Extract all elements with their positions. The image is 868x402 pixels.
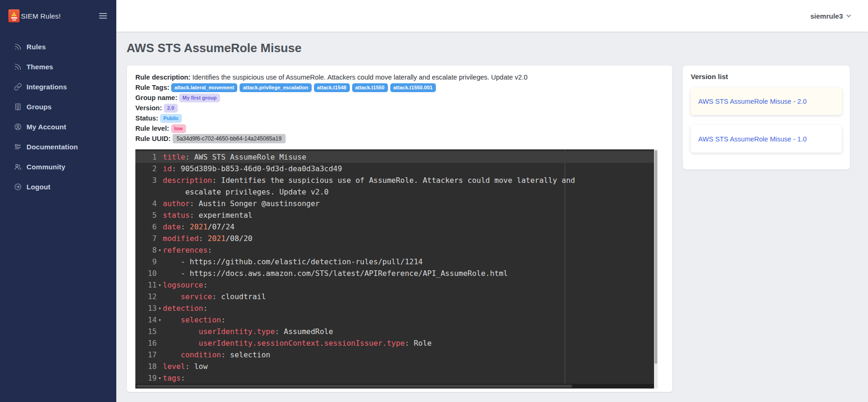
rule-tag-badge: attack.t1550.001 bbox=[390, 83, 436, 92]
version-label: Version: bbox=[135, 104, 162, 112]
code-line-3: 3description: Identifies the suspicious … bbox=[135, 174, 654, 186]
line-number: 1 bbox=[135, 151, 157, 163]
logo-line bbox=[11, 17, 17, 19]
user-menu-label: siemrule3 bbox=[810, 12, 843, 20]
line-number: 15 bbox=[135, 326, 157, 337]
code-text: - https://github.com/elastic/detection-r… bbox=[163, 256, 423, 268]
line-number: 9 bbox=[135, 256, 157, 268]
page-title: AWS STS AssumeRole Misuse bbox=[127, 41, 301, 55]
version-list-title: Version list bbox=[691, 73, 842, 80]
fold-arrow-icon[interactable]: ▾ bbox=[157, 302, 163, 314]
app-brand[interactable]: SIEM Rules! bbox=[8, 9, 61, 22]
sidebar-item-label: My Account bbox=[27, 123, 66, 131]
app-title: SIEM Rules! bbox=[21, 12, 61, 20]
code-line-10: 10 - https://docs.aws.amazon.com/STS/lat… bbox=[135, 268, 654, 279]
main-content: AWS STS AssumeRole Misuse Rule descripti… bbox=[116, 32, 868, 402]
version-list-item[interactable]: AWS STS AssumeRole Misuse - 2.0 bbox=[691, 87, 842, 115]
fold-arrow-icon[interactable]: ▾ bbox=[157, 314, 163, 326]
code-text: logsource: bbox=[163, 279, 207, 291]
sidebar-toggle-icon[interactable] bbox=[99, 13, 107, 19]
code-line-6: 6date: 2021/07/24 bbox=[135, 221, 654, 233]
version-list-panel: Version list AWS STS AssumeRole Misuse -… bbox=[682, 65, 850, 170]
version-link[interactable]: AWS STS AssumeRole Misuse - 2.0 bbox=[698, 98, 807, 105]
line-number: 2 bbox=[135, 163, 157, 174]
line-number: 18 bbox=[135, 361, 157, 372]
rule-tags-label: Rule Tags: bbox=[135, 84, 169, 91]
code-text: description: Identifies the suspicious u… bbox=[163, 174, 575, 186]
line-number: 11 bbox=[135, 279, 157, 291]
line-number: 6 bbox=[135, 221, 157, 233]
rule-uuid-row: Rule UUID: 5a34d9f6-c702-4650-bb64-14a24… bbox=[135, 134, 664, 144]
sidebar-item-community[interactable]: Community bbox=[0, 157, 116, 177]
fold-arrow-icon[interactable]: ▾ bbox=[157, 244, 163, 256]
sidebar-item-rules[interactable]: Rules bbox=[0, 37, 116, 57]
sidebar-item-groups[interactable]: Groups bbox=[0, 97, 116, 117]
code-line-18: 18level: low bbox=[135, 361, 654, 372]
status-badge: Public bbox=[160, 114, 182, 123]
sidebar: SIEM Rules! RulesThemesIntegrationsGroup… bbox=[0, 0, 116, 402]
rss-icon bbox=[14, 63, 22, 71]
fold-gutter-spacer bbox=[157, 151, 163, 163]
fold-gutter-spacer bbox=[157, 256, 163, 268]
line-number: 13 bbox=[135, 302, 157, 314]
rule-description-value: Identifies the suspicious use of AssumeR… bbox=[192, 74, 527, 81]
line-number: 19 bbox=[135, 372, 157, 384]
version-list-item[interactable]: AWS STS AssumeRole Misuse - 1.0 bbox=[691, 125, 842, 153]
version-row: Version: 2.0 bbox=[135, 103, 664, 113]
sidebar-item-integrations[interactable]: Integrations bbox=[0, 77, 116, 97]
code-text: escalate privileges. Update v2.0 bbox=[163, 186, 328, 198]
sidebar-header: SIEM Rules! bbox=[0, 0, 116, 32]
version-badge: 2.0 bbox=[164, 104, 177, 113]
code-line-11: 11▾logsource: bbox=[135, 279, 654, 291]
rule-level-row: Rule level: low bbox=[135, 123, 664, 134]
group-name-row: Group name: My first group bbox=[135, 93, 664, 103]
fold-gutter-spacer bbox=[157, 174, 163, 186]
code-line-1: 1title: AWS STS AssumeRole Misuse bbox=[135, 151, 654, 163]
code-text: title: AWS STS AssumeRole Misuse bbox=[163, 151, 306, 163]
code-line-13: 13▾detection: bbox=[135, 302, 654, 314]
rule-uuid-badge: 5a34d9f6-c702-4650-bb64-14a245065a19 bbox=[173, 134, 286, 143]
user-menu[interactable]: siemrule3 bbox=[810, 12, 850, 20]
line-number: 5 bbox=[135, 209, 157, 221]
code-text: id: 905d389b-b853-46d0-9d3d-dea0d3a3cd49 bbox=[163, 163, 342, 174]
code-text: tags: bbox=[163, 372, 185, 384]
fold-gutter-spacer bbox=[157, 233, 163, 244]
group-name-badge: My first group bbox=[179, 94, 220, 102]
code-line-16: 16 userIdentity.sessionContext.sessionIs… bbox=[135, 337, 654, 349]
code-text: references: bbox=[163, 244, 212, 256]
sidebar-nav: RulesThemesIntegrationsGroupsMy AccountD… bbox=[0, 32, 116, 197]
fold-gutter-spacer bbox=[157, 209, 163, 221]
sidebar-item-label: Community bbox=[27, 163, 65, 171]
rule-code-editor[interactable]: 1title: AWS STS AssumeRole Misuse2id: 90… bbox=[135, 149, 658, 389]
building-icon bbox=[14, 103, 22, 111]
sidebar-item-label: Documentation bbox=[27, 143, 78, 151]
line-number: 8 bbox=[135, 244, 157, 256]
version-link[interactable]: AWS STS AssumeRole Misuse - 1.0 bbox=[698, 135, 807, 143]
code-line-7: 7modified: 2021/08/20 bbox=[135, 233, 654, 244]
code-line-15: 15 userIdentity.type: AssumedRole bbox=[135, 326, 654, 337]
code-line-3-wrap: escalate privileges. Update v2.0 bbox=[135, 186, 654, 198]
sidebar-item-logout[interactable]: Logout bbox=[0, 177, 116, 197]
rule-tag-badge: attack.t1550 bbox=[352, 83, 388, 92]
code-text: selection: bbox=[163, 314, 226, 326]
code-line-14: 14▾ selection: bbox=[135, 314, 654, 326]
sidebar-item-label: Themes bbox=[27, 63, 53, 71]
line-number: 7 bbox=[135, 233, 157, 244]
status-row: Status: Public bbox=[135, 113, 664, 123]
fold-gutter-spacer bbox=[157, 268, 163, 279]
fold-gutter-spacer bbox=[157, 349, 163, 361]
editor-vertical-scrollbar[interactable] bbox=[654, 149, 658, 384]
fold-gutter-spacer bbox=[157, 163, 163, 174]
sidebar-item-documentation[interactable]: Documentation bbox=[0, 137, 116, 157]
fold-arrow-icon[interactable]: ▾ bbox=[157, 279, 163, 291]
line-number: 12 bbox=[135, 291, 157, 302]
sidebar-item-themes[interactable]: Themes bbox=[0, 57, 116, 77]
chevron-down-icon bbox=[847, 13, 851, 17]
code-text: - https://docs.aws.amazon.com/STS/latest… bbox=[163, 268, 508, 279]
code-line-9: 9 - https://github.com/elastic/detection… bbox=[135, 256, 654, 268]
sidebar-item-label: Logout bbox=[27, 183, 50, 191]
code-text: condition: selection bbox=[163, 349, 270, 361]
fold-arrow-icon[interactable]: ▾ bbox=[157, 372, 163, 384]
sidebar-item-my-account[interactable]: My Account bbox=[0, 117, 116, 137]
editor-horizontal-scrollbar[interactable] bbox=[135, 384, 654, 389]
